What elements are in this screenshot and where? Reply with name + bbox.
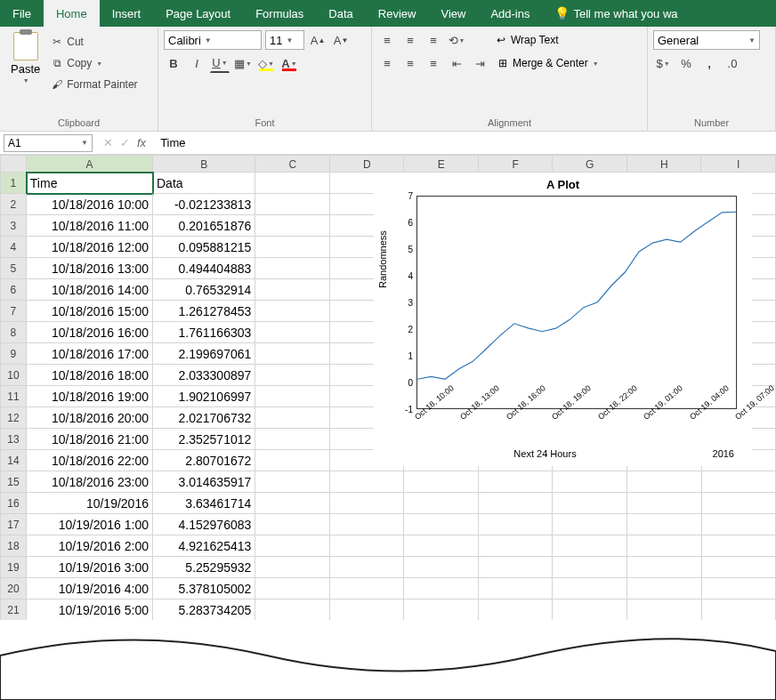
cell[interactable] xyxy=(553,514,627,535)
cancel-icon[interactable]: ✕ xyxy=(103,136,113,149)
align-right-button[interactable]: ≡ xyxy=(424,53,443,73)
cell[interactable] xyxy=(479,578,554,599)
cell[interactable] xyxy=(255,493,330,514)
cell[interactable] xyxy=(330,557,405,578)
italic-button[interactable]: I xyxy=(187,53,206,73)
cell[interactable]: 10/18/2016 23:00 xyxy=(27,471,153,493)
cell[interactable]: 10/18/2016 11:00 xyxy=(27,215,153,237)
fill-color-button[interactable]: ◇▼ xyxy=(256,53,276,73)
cell[interactable] xyxy=(479,535,554,557)
cell[interactable] xyxy=(404,493,479,514)
row-header[interactable]: 1 xyxy=(0,173,27,194)
row-header[interactable]: 14 xyxy=(0,450,27,471)
orientation-button[interactable]: ⟲▼ xyxy=(447,30,466,50)
cell[interactable] xyxy=(479,514,554,535)
row-header[interactable]: 21 xyxy=(0,599,27,621)
cell[interactable]: 1.261278453 xyxy=(153,301,255,322)
row-header[interactable]: 19 xyxy=(0,557,27,578)
cell[interactable] xyxy=(627,557,702,578)
paste-button[interactable]: Paste ▼ xyxy=(5,30,45,93)
row-header[interactable]: 7 xyxy=(0,301,27,322)
row-header[interactable]: 11 xyxy=(0,386,27,407)
increase-decimal-button[interactable]: .0 xyxy=(723,53,742,73)
cell[interactable] xyxy=(553,535,627,557)
cell[interactable]: 3.63461714 xyxy=(153,493,255,514)
cell[interactable]: 10/19/2016 4:00 xyxy=(27,578,153,599)
cell[interactable]: 0.494404883 xyxy=(153,258,255,279)
align-left-button[interactable]: ≡ xyxy=(377,53,397,73)
row-header[interactable]: 9 xyxy=(0,343,27,365)
col-header-D[interactable]: D xyxy=(330,155,405,173)
cell[interactable] xyxy=(330,535,405,557)
cell[interactable]: 3.014635917 xyxy=(153,471,255,493)
row-header[interactable]: 8 xyxy=(0,322,27,343)
row-header[interactable]: 20 xyxy=(0,578,27,599)
cell[interactable]: 10/18/2016 14:00 xyxy=(27,279,153,301)
chart-object[interactable]: A Plot Randomness -101234567 Oct 18, 10:… xyxy=(374,173,752,466)
col-header-G[interactable]: G xyxy=(553,155,627,173)
align-top-button[interactable]: ≡ xyxy=(377,30,397,50)
row-header[interactable]: 15 xyxy=(0,471,27,493)
cell[interactable] xyxy=(330,578,405,599)
cell[interactable] xyxy=(627,578,702,599)
cell[interactable] xyxy=(255,471,330,493)
cell[interactable] xyxy=(404,535,479,557)
confirm-icon[interactable]: ✓ xyxy=(120,136,130,149)
cell[interactable]: 10/18/2016 17:00 xyxy=(27,343,153,365)
cell[interactable] xyxy=(627,471,702,493)
font-size-combo[interactable]: 11▼ xyxy=(265,30,304,50)
bold-button[interactable]: B xyxy=(164,53,183,73)
grow-font-button[interactable]: A▲ xyxy=(308,30,327,50)
cell[interactable] xyxy=(479,493,554,514)
cell[interactable]: 10/18/2016 19:00 xyxy=(27,386,153,407)
number-format-combo[interactable]: General▼ xyxy=(653,30,760,50)
cell[interactable] xyxy=(330,514,405,535)
cell[interactable]: 2.021706732 xyxy=(153,407,255,429)
underline-button[interactable]: U▼ xyxy=(210,53,230,73)
cell[interactable]: 10/19/2016 3:00 xyxy=(27,557,153,578)
row-header[interactable]: 6 xyxy=(0,279,27,301)
cell[interactable]: 2.033300897 xyxy=(153,365,255,386)
tab-page-layout[interactable]: Page Layout xyxy=(153,0,243,27)
cell[interactable]: 10/18/2016 21:00 xyxy=(27,429,153,450)
cell[interactable] xyxy=(255,301,330,322)
col-header-A[interactable]: A xyxy=(27,155,153,173)
tab-view[interactable]: View xyxy=(428,0,478,27)
cell[interactable]: 10/19/2016 5:00 xyxy=(27,599,153,621)
cell[interactable]: 10/19/2016 xyxy=(27,493,153,514)
cell[interactable] xyxy=(255,279,330,301)
row-header[interactable]: 13 xyxy=(0,429,27,450)
row-header[interactable]: 12 xyxy=(0,407,27,429)
align-center-button[interactable]: ≡ xyxy=(400,53,420,73)
cell[interactable] xyxy=(702,471,777,493)
row-header[interactable]: 16 xyxy=(0,493,27,514)
cell[interactable] xyxy=(255,578,330,599)
col-header-C[interactable]: C xyxy=(255,155,330,173)
cell[interactable] xyxy=(255,407,330,429)
align-bottom-button[interactable]: ≡ xyxy=(424,30,443,50)
cell[interactable] xyxy=(255,322,330,343)
cell[interactable] xyxy=(330,493,405,514)
row-header[interactable]: 4 xyxy=(0,237,27,258)
cell[interactable] xyxy=(404,599,479,621)
cell[interactable] xyxy=(553,557,627,578)
decrease-indent-button[interactable]: ⇤ xyxy=(447,53,466,73)
cell[interactable]: 10/19/2016 2:00 xyxy=(27,535,153,557)
cell[interactable] xyxy=(479,557,554,578)
cell[interactable]: 10/18/2016 15:00 xyxy=(27,301,153,322)
cell[interactable]: 1.902106997 xyxy=(153,386,255,407)
cell[interactable] xyxy=(553,599,627,621)
cell[interactable] xyxy=(255,557,330,578)
cell[interactable] xyxy=(255,429,330,450)
row-header[interactable]: 3 xyxy=(0,215,27,237)
col-header-F[interactable]: F xyxy=(479,155,554,173)
tell-me[interactable]: 💡Tell me what you wa xyxy=(542,0,690,27)
cell[interactable] xyxy=(702,599,777,621)
cell[interactable]: 2.199697061 xyxy=(153,343,255,365)
cell[interactable] xyxy=(553,493,627,514)
currency-button[interactable]: $▼ xyxy=(653,53,673,73)
font-color-button[interactable]: A▼ xyxy=(279,53,299,73)
cell[interactable] xyxy=(404,578,479,599)
cell[interactable]: 10/18/2016 22:00 xyxy=(27,450,153,471)
cell[interactable] xyxy=(702,493,777,514)
